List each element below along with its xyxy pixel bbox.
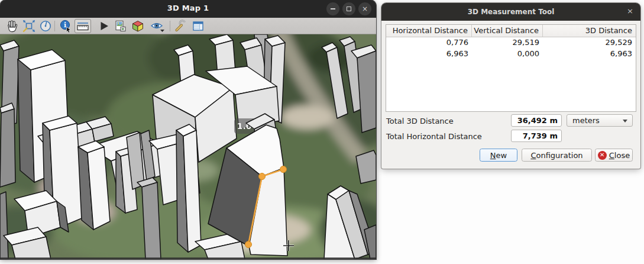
window-controls: × <box>326 2 371 15</box>
table-header: Horizontal Distance Vertical Distance 3D… <box>386 25 636 37</box>
building <box>0 103 15 187</box>
measurement-vertex[interactable] <box>259 173 266 180</box>
dock-options-icon[interactable] <box>190 19 206 33</box>
configure-icon[interactable] <box>173 19 188 33</box>
total-3d-distance-label: Total 3D Distance <box>386 117 454 125</box>
measurement-vertex[interactable] <box>245 242 252 248</box>
unit-select[interactable]: meters <box>567 114 633 127</box>
cell-horizontal: 6,963 <box>386 49 472 60</box>
measure-line-icon[interactable] <box>75 19 91 33</box>
close-red-icon: ✕ <box>598 151 607 160</box>
maximize-icon <box>347 7 351 11</box>
total-horizontal-distance-label: Total Horizontal Distance <box>386 132 482 141</box>
total-horizontal-distance-value: 7,739 m <box>511 130 562 142</box>
measurements-table: Horizontal Distance Vertical Distance 3D… <box>386 24 636 112</box>
cell-3d: 6,963 <box>543 49 636 60</box>
column-vertical-distance[interactable]: Vertical Distance <box>472 25 543 37</box>
camera-views-icon[interactable] <box>149 19 167 33</box>
close-dialog-button[interactable]: ✕ Close <box>595 149 633 162</box>
map-view: 1.00 <box>0 34 376 259</box>
measurement-vertex[interactable] <box>280 166 287 173</box>
minimize-button[interactable] <box>326 2 339 15</box>
map-titlebar[interactable]: 3D Map 1 × <box>0 0 376 18</box>
table-row[interactable]: 6,963 0,000 6,963 <box>386 49 636 60</box>
3d-axes-icon[interactable] <box>130 19 145 33</box>
play-animation-icon[interactable] <box>96 19 111 33</box>
camera-pan-icon[interactable] <box>5 19 20 33</box>
unit-select-value: meters <box>572 116 600 125</box>
close-button[interactable]: × <box>358 2 371 15</box>
new-button[interactable]: New <box>480 149 517 162</box>
map-window-title: 3D Map 1 <box>0 4 376 12</box>
measurement-dialog: 3D Measurement Tool × Horizontal Distanc… <box>381 3 640 169</box>
dialog-title: 3D Measurement Tool <box>381 8 640 16</box>
toolbar-separator <box>170 21 170 31</box>
window-bottom-edge <box>0 257 376 259</box>
camera-zoom-icon[interactable] <box>21 19 37 33</box>
svg-text:i: i <box>63 21 66 29</box>
maximize-button[interactable] <box>342 2 355 15</box>
dialog-close-button[interactable]: × <box>627 7 633 15</box>
close-icon: × <box>362 5 368 12</box>
minimize-icon <box>331 8 335 9</box>
map-toolbar: i <box>0 18 376 34</box>
configuration-button[interactable]: Configuration <box>522 149 592 162</box>
cell-vertical: 0,000 <box>472 49 543 60</box>
total-3d-distance-value: 36,492 m <box>511 114 562 127</box>
dialog-titlebar[interactable]: 3D Measurement Tool × <box>381 3 640 21</box>
column-horizontal-distance[interactable]: Horizontal Distance <box>386 25 472 37</box>
export-scene-icon[interactable] <box>112 19 128 33</box>
table-row[interactable]: 0,776 29,519 29,529 <box>386 37 636 49</box>
cell-3d: 29,529 <box>543 37 636 49</box>
toolbar-separator <box>54 21 55 31</box>
3d-scene[interactable]: 1.00 <box>0 34 376 259</box>
cell-vertical: 29,519 <box>472 37 543 49</box>
camera-rotate-icon[interactable] <box>38 19 53 33</box>
cell-horizontal: 0,776 <box>386 37 472 49</box>
map-window: 3D Map 1 × <box>0 0 376 259</box>
chevron-down-icon <box>623 120 627 123</box>
screenshot-root: 3D Map 1 × <box>0 0 644 264</box>
column-3d-distance[interactable]: 3D Distance <box>543 25 636 37</box>
identify-icon[interactable]: i <box>58 19 73 33</box>
